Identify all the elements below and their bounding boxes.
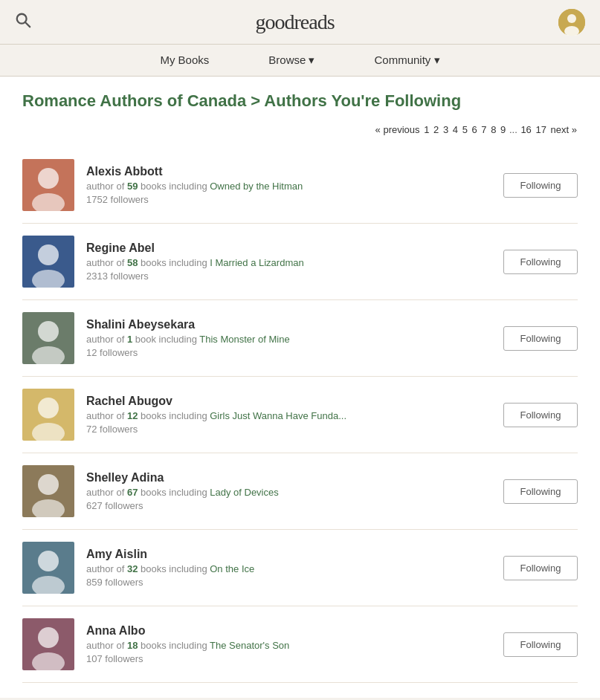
nav-my-books[interactable]: My Books	[160, 54, 209, 67]
pagination-page-3[interactable]: 3	[443, 124, 448, 135]
author-followers: 627 followers	[86, 500, 488, 511]
book-count: 18	[127, 640, 138, 651]
author-name[interactable]: Anna Albo	[86, 624, 488, 638]
author-meta: author of 67 books including Lady of Dev…	[86, 487, 488, 498]
author-info: Alexis Abbott author of 59 books includi…	[86, 165, 488, 205]
svg-point-16	[32, 576, 65, 594]
main-content: Romance Authors of Canada > Authors You'…	[0, 77, 600, 698]
author-followers: 1752 followers	[86, 194, 488, 205]
svg-point-12	[32, 423, 65, 441]
author-followers: 72 followers	[86, 424, 488, 435]
follow-button[interactable]: Following	[503, 173, 578, 198]
follow-button[interactable]: Following	[503, 403, 578, 427]
book-count: 12	[127, 410, 138, 421]
pagination-page-6[interactable]: 6	[471, 124, 477, 135]
author-name[interactable]: Alexis Abbott	[86, 165, 488, 178]
author-avatar	[22, 312, 74, 364]
book-link[interactable]: Owned by the Hitman	[210, 181, 303, 192]
list-item: Regine Abel author of 58 books including…	[22, 224, 578, 300]
author-meta: author of 1 book including This Monster …	[86, 334, 488, 345]
author-avatar	[22, 159, 74, 211]
author-info: Shalini Abeysekara author of 1 book incl…	[86, 318, 488, 358]
list-item: Anna Albo author of 18 books including T…	[22, 606, 578, 683]
author-info: Regine Abel author of 58 books including…	[86, 242, 488, 282]
svg-point-11	[38, 398, 59, 418]
svg-line-1	[25, 22, 30, 27]
author-name[interactable]: Rachel Abugov	[86, 395, 488, 408]
book-count: 1	[127, 334, 132, 345]
svg-point-6	[32, 193, 65, 211]
pagination-prev[interactable]: « previous	[375, 124, 420, 135]
svg-point-3	[567, 14, 576, 23]
book-link[interactable]: Lady of Devices	[210, 487, 279, 498]
svg-point-10	[32, 346, 65, 364]
pagination-page-9[interactable]: 9	[500, 124, 506, 135]
pagination-page-1[interactable]: 1	[424, 124, 429, 135]
list-item: Shalini Abeysekara author of 1 book incl…	[22, 300, 578, 377]
svg-point-13	[38, 474, 59, 495]
list-item: Rachel Abugov author of 12 books includi…	[22, 377, 578, 453]
follow-button[interactable]: Following	[503, 632, 578, 657]
author-name[interactable]: Amy Aislin	[86, 548, 488, 561]
svg-point-5	[38, 168, 59, 189]
book-link[interactable]: Girls Just Wanna Have Funda...	[210, 410, 346, 421]
author-meta: author of 58 books including I Married a…	[86, 257, 488, 268]
book-count: 58	[127, 257, 138, 268]
author-followers: 2313 followers	[86, 270, 488, 282]
book-count: 67	[127, 487, 138, 498]
svg-point-18	[32, 652, 65, 670]
author-list: Alexis Abbott author of 59 books includi…	[22, 147, 578, 683]
author-avatar	[22, 389, 74, 441]
book-link[interactable]: This Monster of Mine	[199, 334, 289, 345]
author-meta: author of 12 books including Girls Just …	[86, 410, 488, 421]
pagination-page-17[interactable]: 17	[535, 124, 546, 135]
author-avatar	[22, 618, 74, 670]
author-name[interactable]: Shelley Adina	[86, 471, 488, 485]
pagination-page-16[interactable]: 16	[520, 124, 531, 135]
pagination: « previous 1 2 3 4 5 6 7 8 9 ... 16 17 n…	[22, 124, 578, 135]
author-info: Rachel Abugov author of 12 books includi…	[86, 395, 488, 435]
author-name[interactable]: Shalini Abeysekara	[86, 318, 488, 331]
pagination-page-4[interactable]: 4	[453, 124, 458, 135]
list-item: Amy Aislin author of 32 books including …	[22, 530, 578, 606]
author-meta: author of 59 books including Owned by th…	[86, 181, 488, 192]
pagination-page-7[interactable]: 7	[481, 124, 486, 135]
author-info: Anna Albo author of 18 books including T…	[86, 624, 488, 664]
author-followers: 12 followers	[86, 347, 488, 358]
follow-button[interactable]: Following	[503, 326, 578, 351]
list-item: Shelley Adina author of 67 books includi…	[22, 453, 578, 530]
svg-point-14	[32, 499, 65, 517]
pagination-page-2[interactable]: 2	[433, 124, 439, 135]
author-avatar	[22, 542, 74, 594]
nav-community[interactable]: Community ▾	[375, 54, 440, 67]
svg-point-15	[38, 551, 59, 571]
book-count: 32	[127, 563, 138, 574]
book-link[interactable]: I Married a Lizardman	[210, 257, 303, 268]
follow-button[interactable]: Following	[503, 479, 578, 504]
main-nav: My Books Browse ▾ Community ▾	[0, 45, 600, 77]
pagination-page-8[interactable]: 8	[491, 124, 496, 135]
site-logo[interactable]: goodreads	[255, 10, 334, 34]
author-meta: author of 32 books including On the Ice	[86, 563, 488, 574]
nav-browse[interactable]: Browse ▾	[268, 54, 314, 67]
svg-point-9	[38, 321, 59, 342]
follow-button[interactable]: Following	[503, 556, 578, 580]
svg-point-7	[38, 244, 59, 265]
pagination-page-5[interactable]: 5	[462, 124, 468, 135]
author-followers: 859 followers	[86, 577, 488, 588]
search-icon[interactable]	[15, 12, 31, 32]
author-meta: author of 18 books including The Senator…	[86, 640, 488, 651]
follow-button[interactable]: Following	[503, 250, 578, 274]
user-avatar[interactable]	[558, 9, 585, 36]
author-name[interactable]: Regine Abel	[86, 242, 488, 255]
svg-point-17	[38, 627, 59, 648]
author-info: Amy Aislin author of 32 books including …	[86, 548, 488, 588]
header: goodreads	[0, 0, 600, 45]
author-followers: 107 followers	[86, 653, 488, 664]
book-link[interactable]: The Senator's Son	[210, 640, 289, 651]
book-count: 59	[127, 181, 138, 192]
page-title: Romance Authors of Canada > Authors You'…	[22, 91, 578, 111]
book-link[interactable]: On the Ice	[210, 563, 254, 574]
svg-point-8	[32, 270, 65, 288]
pagination-next[interactable]: next »	[551, 124, 577, 135]
